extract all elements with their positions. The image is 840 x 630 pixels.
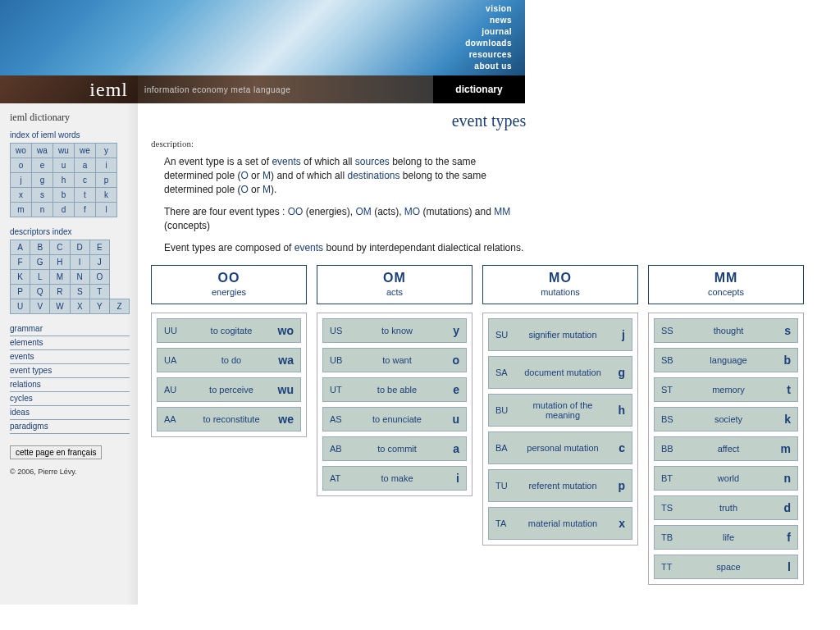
descriptor-cell-D[interactable]: D [70, 240, 89, 255]
link-events2[interactable]: events [294, 242, 323, 253]
index-cell-b[interactable]: b [53, 188, 75, 203]
index-cell-j[interactable]: j [11, 173, 32, 188]
type-item-f[interactable]: TBlifef [654, 525, 798, 550]
descriptor-cell-N[interactable]: N [70, 270, 89, 285]
descriptor-cell-A[interactable]: A [11, 240, 30, 255]
index-cell-a[interactable]: a [75, 158, 96, 173]
nav-journal[interactable]: journal [465, 26, 512, 38]
descriptor-cell-F[interactable]: F [11, 255, 30, 270]
link-oo[interactable]: OO [288, 206, 304, 217]
sidebar-link-events[interactable]: events [10, 350, 130, 364]
index-cell-t[interactable]: t [75, 188, 96, 203]
type-item-wu[interactable]: AUto perceivewu [157, 377, 301, 402]
index-cell-u[interactable]: u [53, 158, 75, 173]
link-destinations[interactable]: destinations [347, 170, 399, 181]
type-item-y[interactable]: USto knowy [322, 318, 467, 343]
sidebar-link-grammar[interactable]: grammar [10, 322, 130, 336]
index-cell-d[interactable]: d [53, 203, 75, 217]
index-cell-s[interactable]: s [32, 188, 53, 203]
link-om[interactable]: OM [355, 206, 371, 217]
type-item-h[interactable]: BUmutation of the meaningh [488, 394, 632, 427]
index-cell-h[interactable]: h [53, 173, 75, 188]
type-head-oo[interactable]: OOenergies [151, 265, 307, 304]
descriptor-cell-K[interactable]: K [11, 270, 30, 285]
type-item-a[interactable]: ABto commita [322, 436, 467, 461]
nav-news[interactable]: news [465, 15, 512, 26]
descriptor-cell-B[interactable]: B [30, 240, 50, 255]
descriptor-cell-W[interactable]: W [50, 299, 70, 314]
index-cell-wo[interactable]: wo [11, 144, 32, 158]
sidebar-link-event-types[interactable]: event types [10, 364, 130, 378]
type-item-u[interactable]: ASto enunciateu [322, 407, 467, 431]
descriptor-cell-M[interactable]: M [50, 270, 70, 285]
type-item-p[interactable]: TUreferent mutationp [488, 469, 632, 502]
descriptor-cell-P[interactable]: P [11, 285, 30, 299]
link-m2[interactable]: M [262, 184, 271, 195]
type-item-g[interactable]: SAdocument mutationg [488, 356, 632, 389]
descriptor-cell-T[interactable]: T [89, 285, 109, 299]
type-item-s[interactable]: SSthoughts [654, 318, 798, 343]
index-cell-x[interactable]: x [11, 188, 32, 203]
index-cell-m[interactable]: m [11, 203, 32, 217]
sidebar-link-ideas[interactable]: ideas [10, 406, 130, 420]
descriptor-cell-L[interactable]: L [30, 270, 50, 285]
nav-vision[interactable]: vision [465, 3, 512, 15]
type-item-we[interactable]: AAto reconstitutewe [157, 407, 301, 431]
sidebar-link-cycles[interactable]: cycles [10, 392, 130, 406]
index-cell-e[interactable]: e [32, 158, 53, 173]
link-mm[interactable]: MM [494, 206, 510, 217]
type-item-d[interactable]: TStruthd [654, 495, 798, 520]
link-o1[interactable]: O [240, 170, 248, 181]
type-item-i[interactable]: ATto makei [322, 466, 467, 491]
type-item-wa[interactable]: UAto dowa [157, 348, 301, 372]
sidebar-link-paradigms[interactable]: paradigms [10, 420, 130, 434]
index-cell-i[interactable]: i [96, 158, 117, 173]
sidebar-link-relations[interactable]: relations [10, 378, 130, 392]
type-item-wo[interactable]: UUto cogitatewo [157, 318, 301, 343]
type-item-c[interactable]: BApersonal mutationc [488, 431, 632, 464]
descriptor-cell-S[interactable]: S [70, 285, 89, 299]
link-events[interactable]: events [272, 156, 300, 167]
descriptor-cell-E[interactable]: E [89, 240, 109, 255]
type-head-mo[interactable]: MOmutations [482, 265, 638, 304]
link-sources[interactable]: sources [355, 156, 390, 167]
index-cell-g[interactable]: g [32, 173, 53, 188]
index-cell-we[interactable]: we [75, 144, 96, 158]
sidebar-link-elements[interactable]: elements [10, 336, 130, 350]
link-m1[interactable]: M [262, 170, 271, 181]
descriptor-cell-X[interactable]: X [70, 299, 89, 314]
index-cell-wu[interactable]: wu [53, 144, 75, 158]
type-head-om[interactable]: OMacts [317, 265, 472, 304]
descriptor-cell-J[interactable]: J [89, 255, 109, 270]
index-cell-o[interactable]: o [11, 158, 32, 173]
descriptor-cell-G[interactable]: G [30, 255, 50, 270]
type-item-b[interactable]: SBlanguageb [654, 348, 798, 372]
type-item-o[interactable]: UBto wanto [322, 348, 467, 372]
index-cell-p[interactable]: p [96, 173, 117, 188]
link-o2[interactable]: O [240, 184, 248, 195]
index-cell-n[interactable]: n [32, 203, 53, 217]
index-cell-c[interactable]: c [75, 173, 96, 188]
type-head-mm[interactable]: MMconcepts [648, 265, 804, 304]
type-item-m[interactable]: BBaffectm [654, 436, 798, 461]
type-item-j[interactable]: SUsignifier mutationj [488, 318, 632, 351]
descriptor-cell-C[interactable]: C [50, 240, 70, 255]
descriptor-cell-O[interactable]: O [89, 270, 109, 285]
index-cell-f[interactable]: f [75, 203, 96, 217]
nav-downloads[interactable]: downloads [465, 38, 512, 49]
index-cell-l[interactable]: l [96, 203, 117, 217]
type-item-l[interactable]: TTspacel [654, 555, 798, 579]
descriptor-cell-Z[interactable]: Z [109, 299, 129, 314]
descriptor-cell-Y[interactable]: Y [89, 299, 109, 314]
type-item-x[interactable]: TAmaterial mutationx [488, 507, 632, 540]
type-item-e[interactable]: UTto be ablee [322, 377, 467, 402]
descriptor-cell-U[interactable]: U [11, 299, 30, 314]
type-item-t[interactable]: STmemoryt [654, 377, 798, 402]
type-item-k[interactable]: BSsocietyk [654, 407, 798, 431]
nav-about-us[interactable]: about us [465, 61, 512, 72]
descriptor-cell-I[interactable]: I [70, 255, 89, 270]
nav-resources[interactable]: resources [465, 49, 512, 61]
type-item-n[interactable]: BTworldn [654, 466, 798, 491]
french-button[interactable]: cette page en français [10, 445, 102, 459]
index-cell-k[interactable]: k [96, 188, 117, 203]
